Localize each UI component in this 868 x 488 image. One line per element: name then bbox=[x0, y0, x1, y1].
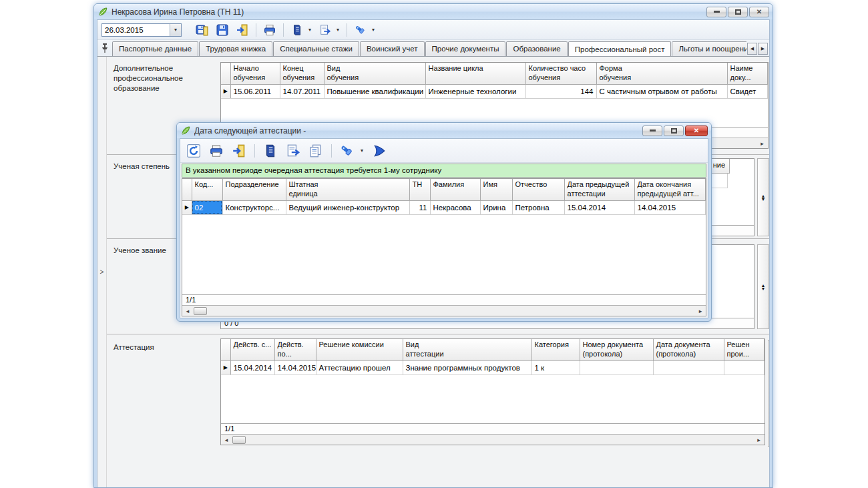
main-titlebar[interactable]: Некрасова Ирина Петровна (ТН 11) ✕ bbox=[94, 4, 773, 19]
column-header[interactable]: Решение комиссии bbox=[316, 339, 403, 360]
scroll-left-icon[interactable]: ◂ bbox=[182, 308, 193, 314]
column-header[interactable]: Название цикла bbox=[425, 63, 525, 84]
dialog-restore-button[interactable] bbox=[664, 126, 684, 136]
attestation-vertical-nav[interactable]: ▲ ▼ bbox=[768, 340, 770, 447]
column-header[interactable]: Дата документа (протокола) bbox=[653, 339, 724, 360]
go-button[interactable] bbox=[370, 142, 389, 160]
column-header[interactable]: Наиме доку... bbox=[727, 63, 767, 84]
column-header[interactable]: Форма обучения bbox=[596, 63, 727, 84]
selected-cell[interactable]: 02 bbox=[192, 200, 222, 214]
scroll-right-icon[interactable]: ▸ bbox=[754, 437, 765, 443]
cell[interactable]: 14.04.2015 bbox=[274, 360, 316, 375]
rank-vertical-nav[interactable]: ▲ ▼ bbox=[757, 244, 769, 329]
search-dropdown-button[interactable]: ▾ bbox=[372, 27, 375, 33]
column-header[interactable]: ТН bbox=[409, 179, 430, 200]
tab-military-record[interactable]: Воинский учет bbox=[360, 41, 425, 56]
report-dropdown-button[interactable]: ▾ bbox=[308, 27, 311, 33]
date-dropdown-button[interactable]: ▾ bbox=[170, 24, 181, 36]
close-button[interactable]: ✕ bbox=[749, 7, 769, 17]
cell[interactable]: 15.04.2014 bbox=[230, 360, 274, 375]
refresh-button[interactable] bbox=[184, 142, 203, 160]
dialog-export-button[interactable] bbox=[284, 142, 302, 160]
restore-button[interactable] bbox=[728, 7, 748, 17]
cell[interactable]: Конструкторс... bbox=[222, 200, 286, 214]
copy-list-button[interactable] bbox=[306, 142, 325, 160]
cell[interactable]: 15.06.2011 bbox=[230, 84, 280, 98]
cell[interactable]: Петровна bbox=[512, 200, 564, 214]
print-button[interactable] bbox=[261, 21, 278, 39]
scroll-left-icon[interactable]: ◂ bbox=[221, 437, 232, 443]
scroll-thumb[interactable] bbox=[232, 436, 246, 444]
cell[interactable]: 144 bbox=[525, 84, 596, 98]
cell[interactable]: Знание программных продуктов bbox=[403, 360, 531, 375]
cell[interactable]: 11 bbox=[409, 200, 430, 214]
column-header[interactable]: Номер документа (протокола) bbox=[580, 339, 653, 360]
dialog-table-row[interactable]: ▶ 02 Конструкторс... Ведущий инженер-кон… bbox=[182, 200, 706, 214]
export-button[interactable] bbox=[316, 21, 334, 39]
degree-vertical-nav[interactable]: ▲ ▼ bbox=[757, 158, 769, 236]
attestation-table-row[interactable]: ▶ 15.04.2014 14.04.2015 Аттестацию проше… bbox=[221, 360, 764, 375]
cell[interactable] bbox=[580, 360, 653, 375]
dialog-horizontal-scrollbar[interactable]: ◂ ▸ bbox=[182, 305, 706, 316]
scroll-thumb[interactable] bbox=[194, 307, 207, 315]
column-header[interactable]: Количество часо обучения bbox=[525, 63, 596, 84]
attestation-table[interactable]: Действ. с... Действ. по... Решение комис… bbox=[221, 339, 765, 375]
dialog-minimize-button[interactable] bbox=[642, 126, 662, 136]
column-header[interactable]: Штатная единица bbox=[286, 179, 409, 200]
column-header[interactable]: Подразделение bbox=[222, 179, 286, 200]
cell[interactable]: 1 к bbox=[531, 360, 580, 375]
dialog-print-button[interactable] bbox=[207, 142, 226, 160]
tab-other-documents[interactable]: Прочие документы bbox=[425, 41, 506, 56]
cell[interactable] bbox=[724, 360, 764, 375]
dialog-close-button[interactable]: ✕ bbox=[685, 126, 708, 136]
column-header[interactable]: Конец обучения bbox=[280, 63, 324, 84]
tab-scroll-left-button[interactable]: ◀ bbox=[747, 43, 757, 55]
cell[interactable]: Аттестацию прошел bbox=[316, 360, 403, 375]
edu-table[interactable]: Начало обучения Конец обучения Вид обуче… bbox=[221, 63, 768, 99]
scroll-right-icon[interactable]: ▸ bbox=[695, 308, 706, 314]
column-header[interactable]: Дата предыдущей аттестации bbox=[564, 179, 634, 200]
column-header[interactable]: Действ. с... bbox=[230, 339, 274, 360]
nav-down-icon[interactable]: ▼ bbox=[761, 198, 766, 201]
tab-scroll-right-button[interactable]: ▶ bbox=[758, 43, 768, 55]
cell[interactable]: Некрасова bbox=[430, 200, 480, 214]
scroll-right-icon[interactable]: ▸ bbox=[757, 140, 768, 147]
column-header[interactable]: Действ. по... bbox=[274, 339, 316, 360]
cell[interactable]: 14.07.2011 bbox=[280, 84, 324, 98]
tab-work-book[interactable]: Трудовая книжка bbox=[199, 41, 272, 56]
cell[interactable]: Ирина bbox=[480, 200, 512, 214]
pin-icon[interactable] bbox=[100, 43, 111, 55]
save-button[interactable] bbox=[214, 21, 231, 39]
tab-passport-data[interactable]: Паспортные данные bbox=[112, 41, 198, 56]
column-header[interactable]: Категория bbox=[531, 339, 580, 360]
column-header[interactable]: Отчество bbox=[512, 179, 564, 200]
export-dropdown-button[interactable]: ▾ bbox=[337, 27, 339, 33]
column-header[interactable]: Фамилия bbox=[430, 179, 480, 200]
column-header[interactable]: Имя bbox=[480, 179, 512, 200]
minimize-button[interactable] bbox=[706, 7, 726, 17]
dialog-table[interactable]: Код... Подразделение Штатная единица ТН … bbox=[182, 179, 706, 215]
tab-professional-growth[interactable]: Профессиональный рост bbox=[568, 41, 672, 56]
column-header[interactable]: Вид аттестации bbox=[403, 339, 531, 360]
column-header[interactable]: Дата окончания предыдущей атт... bbox=[634, 179, 705, 200]
column-header[interactable]: Реш п... bbox=[705, 179, 706, 200]
date-picker[interactable]: 26.03.2015 ▾ bbox=[101, 23, 182, 37]
cell[interactable]: Ведущий инженер-конструктор bbox=[286, 200, 409, 214]
exit-button[interactable] bbox=[234, 21, 251, 39]
cell[interactable]: 14.04.2015 bbox=[634, 200, 705, 214]
column-header[interactable]: Решен прои... bbox=[724, 339, 764, 360]
date-value[interactable]: 26.03.2015 bbox=[102, 24, 170, 36]
tab-benefits[interactable]: Льготы и поощрения bbox=[672, 41, 746, 56]
cell[interactable]: Свидет bbox=[727, 84, 767, 98]
dialog-exit-button[interactable] bbox=[230, 142, 248, 160]
cell[interactable]: Инженерные технологии bbox=[425, 84, 525, 98]
cell[interactable]: Атт bbox=[705, 200, 706, 214]
tab-education[interactable]: Образование bbox=[506, 41, 567, 56]
dialog-report-button[interactable] bbox=[261, 142, 280, 160]
edu-table-row[interactable]: ▶ 15.06.2011 14.07.2011 Повышение квалиф… bbox=[221, 84, 767, 98]
cell[interactable]: Повышение квалификации bbox=[324, 84, 425, 98]
column-header[interactable]: Код... bbox=[192, 179, 222, 200]
cell[interactable] bbox=[653, 360, 724, 375]
column-header[interactable]: Вид обучения bbox=[324, 63, 425, 84]
attestation-horizontal-scrollbar[interactable]: ◂ ▸ bbox=[221, 434, 765, 445]
